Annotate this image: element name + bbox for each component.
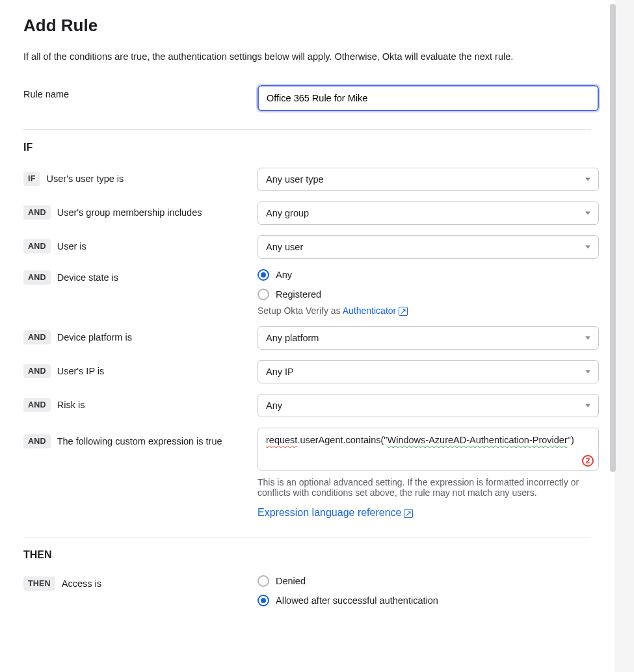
radio-checked-icon [258, 269, 269, 281]
modal-description: If all of the conditions are true, the a… [23, 51, 591, 62]
device-state-radio-any[interactable]: Any [258, 269, 591, 281]
user-select[interactable]: Any user [258, 235, 599, 259]
then-badge: THEN [23, 576, 55, 591]
access-label: Access is [62, 578, 101, 589]
radio-checked-icon [258, 595, 269, 606]
and-badge: AND [23, 270, 51, 285]
rule-name-input[interactable] [258, 85, 599, 111]
expr-piece-4: ") [568, 435, 574, 445]
if-badge: IF [23, 172, 40, 186]
risk-select[interactable]: Any [258, 394, 599, 417]
user-label: User is [57, 241, 86, 252]
user-type-selected: Any user type [266, 174, 324, 185]
access-radio-allowed[interactable]: Allowed after successful authentication [258, 595, 591, 606]
platform-selected: Any platform [266, 333, 319, 343]
access-allowed-label: Allowed after successful authentication [276, 595, 438, 606]
user-type-label: User's user type is [47, 174, 124, 184]
setup-okta-verify-text: Setup Okta Verify as [258, 305, 343, 316]
ip-select[interactable]: Any IP [258, 360, 599, 383]
device-state-registered-label: Registered [276, 289, 321, 300]
device-state-any-label: Any [276, 270, 292, 280]
platform-select[interactable]: Any platform [258, 326, 599, 350]
and-badge: AND [23, 205, 51, 220]
risk-selected: Any [266, 400, 282, 411]
and-badge: AND [23, 434, 51, 448]
access-denied-label: Denied [276, 576, 306, 586]
user-type-select[interactable]: Any user type [258, 168, 599, 191]
then-section-header: THEN [23, 549, 591, 561]
add-rule-modal: Add Rule If all of the conditions are tr… [0, 0, 614, 672]
custom-expression-help: This is an optional advanced setting. If… [258, 477, 599, 498]
group-selected: Any group [266, 208, 309, 218]
and-badge: AND [23, 239, 51, 253]
access-radio-group: Denied Allowed after successful authenti… [258, 575, 591, 606]
ip-selected: Any IP [266, 367, 294, 377]
and-badge: AND [23, 330, 51, 344]
rule-name-label: Rule name [23, 89, 69, 99]
device-state-radio-registered[interactable]: Registered [258, 289, 591, 300]
expression-language-reference-link[interactable]: Expression language reference [258, 507, 413, 518]
if-section-header: IF [23, 142, 591, 153]
ip-label: User's IP is [57, 366, 105, 376]
modal-title: Add Rule [23, 16, 591, 36]
scrollbar-thumb[interactable] [610, 4, 616, 472]
radio-unchecked-icon [258, 575, 269, 587]
platform-label: Device platform is [57, 332, 132, 342]
group-select[interactable]: Any group [258, 201, 599, 225]
custom-expression-textarea[interactable]: request.userAgent.contains("Windows-Azur… [258, 428, 599, 471]
access-radio-denied[interactable]: Denied [258, 575, 591, 587]
custom-expression-label: The following custom expression is true [57, 436, 222, 446]
user-selected: Any user [266, 242, 303, 252]
authenticator-link[interactable]: Authenticator [343, 305, 408, 316]
risk-label: Risk is [57, 400, 85, 410]
expr-piece-3: Windows-AzureAD-Authentication-Provider [388, 435, 568, 445]
expr-piece-1: request [266, 435, 297, 445]
device-state-label: Device state is [57, 272, 118, 283]
device-state-radio-group: Any Registered [258, 269, 591, 300]
and-badge: AND [23, 364, 51, 378]
group-label: User's group membership includes [57, 207, 202, 218]
vertical-scrollbar[interactable] [610, 0, 616, 672]
expr-piece-2: .userAgent.contains(" [297, 435, 387, 445]
radio-unchecked-icon [258, 289, 269, 300]
and-badge: AND [23, 398, 51, 412]
